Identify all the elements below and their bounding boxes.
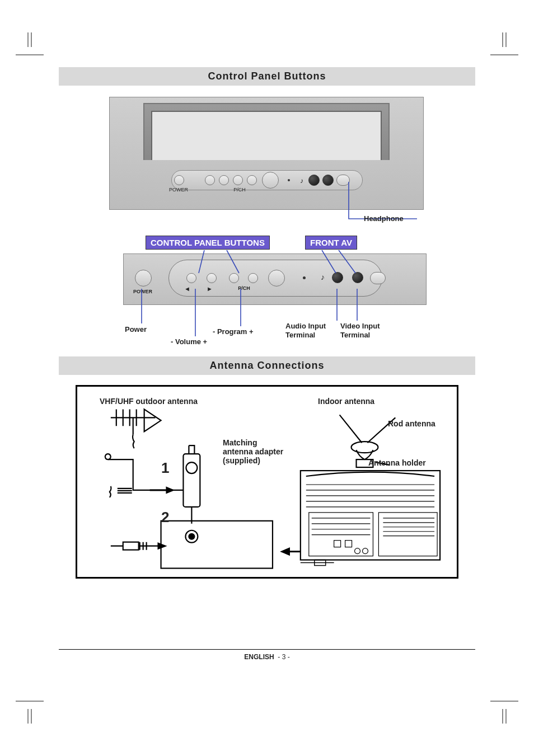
label-vhf-uhf: VHF/UHF outdoor antenna <box>100 397 198 406</box>
label-video-input: Video Input Terminal <box>340 322 391 339</box>
svg-rect-12 <box>345 541 352 547</box>
label-antenna-holder: Antenna holder <box>368 458 426 467</box>
label-indoor-antenna: Indoor antenna <box>318 397 374 406</box>
crop-mark-bl <box>16 696 44 724</box>
svg-rect-9 <box>309 513 373 556</box>
section-title-antenna: Antenna Connections <box>59 356 475 375</box>
label-audio-input: Audio Input Terminal <box>285 322 336 339</box>
svg-point-4 <box>189 534 194 539</box>
label-volume: - Volume + <box>171 337 207 346</box>
crop-mark-tr <box>490 32 518 60</box>
svg-rect-10 <box>378 513 437 556</box>
svg-point-1 <box>186 462 197 473</box>
label-matching-adapter: Matching antenna adapter (supplied) <box>223 438 284 465</box>
svg-point-6 <box>352 442 378 453</box>
label-rod-antenna: Rod antenna <box>388 419 435 428</box>
antenna-step-1: 1 <box>161 459 169 477</box>
section-title-control-panel: Control Panel Buttons <box>59 67 475 86</box>
label-power: Power <box>125 325 147 334</box>
footer-page-number: - 3 - <box>278 653 289 661</box>
svg-rect-5 <box>123 542 139 550</box>
svg-point-13 <box>355 548 360 554</box>
crop-mark-br <box>490 696 518 724</box>
svg-point-14 <box>362 548 368 554</box>
page-footer: ENGLISH - 3 - <box>59 649 475 661</box>
svg-rect-2 <box>161 521 273 569</box>
figure-antenna-connections: VHF/UHF outdoor antenna Indoor antenna R… <box>76 385 458 579</box>
antenna-diagram-svg <box>77 387 457 577</box>
svg-rect-8 <box>301 471 440 560</box>
label-program: - Program + <box>213 327 254 336</box>
figure-control-panel: POWER P/CH ♪ Headphone CONTROL PANEL BUT… <box>59 86 475 354</box>
footer-language: ENGLISH <box>244 653 274 661</box>
antenna-step-2: 2 <box>161 509 169 526</box>
svg-rect-11 <box>334 541 341 547</box>
crop-mark-tl <box>16 32 44 60</box>
